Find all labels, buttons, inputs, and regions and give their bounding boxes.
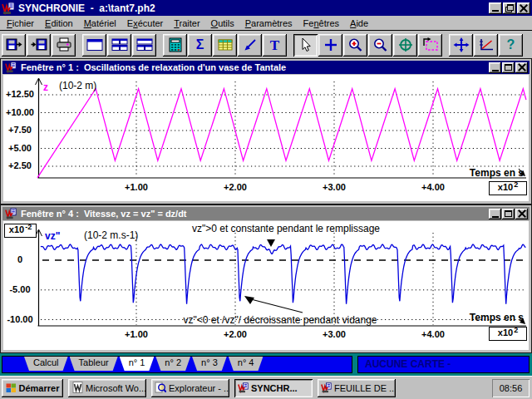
axes-scale-button[interactable] (474, 34, 498, 57)
w1-x-tick: +2.00 (214, 182, 256, 192)
table-button[interactable] (213, 34, 237, 57)
tab-tableur[interactable]: Tableur (70, 357, 118, 371)
maximize-icon (505, 210, 512, 217)
y-scale-box: x10-2 (4, 224, 37, 238)
x-scale-exponent: 2 (514, 180, 518, 189)
minimize-icon (492, 216, 499, 218)
zoom-in-button[interactable] (343, 34, 367, 57)
window-single-button[interactable] (82, 34, 106, 57)
start-label: Démarrer (19, 383, 60, 393)
table-icon (217, 37, 234, 52)
explorer-icon (155, 382, 166, 395)
w1-x-tick: +1.00 (116, 182, 157, 192)
word-icon (71, 382, 83, 395)
menu-materiel[interactable]: Matériel (84, 18, 116, 28)
x-axis-label: Temps en s (470, 167, 524, 179)
menu-edition[interactable]: Edition (45, 18, 73, 28)
annotation-arrow-down (267, 239, 275, 247)
menu-executer[interactable]: Exécuter (127, 18, 163, 28)
window-split-button[interactable] (132, 34, 156, 57)
x-scale-base: x10 (498, 328, 513, 337)
pointer-icon (298, 37, 314, 52)
x-scale-box: x102 (489, 181, 527, 195)
minimize-button[interactable] (489, 2, 502, 14)
window-1-title: Fenêtre n° 1 : Oscillations de relaxatio… (21, 62, 488, 72)
window-1-titlebar[interactable]: Fenêtre n° 1 : Oscillations de relaxatio… (2, 61, 530, 74)
tab-n-2[interactable]: n° 2 (155, 357, 190, 371)
help-button[interactable]: ? (499, 34, 523, 57)
window-1-minimize-button[interactable] (489, 62, 501, 73)
w4-x-tick: +4.00 (412, 329, 454, 339)
w1-y-tick: +5.00 (3, 143, 37, 153)
window-4-titlebar[interactable]: Fenêtre n° 4 : Vitesse, vz = vz" = dz/dt (2, 207, 530, 220)
menu-parametres[interactable]: Paramètres (245, 18, 293, 28)
maximize-icon (505, 64, 512, 71)
open-button[interactable] (27, 34, 51, 57)
menu-aide[interactable]: Aide (350, 18, 368, 28)
taskbar-explorateur[interactable]: Explorateur - ... (151, 379, 229, 397)
synchronie-icon (238, 382, 249, 395)
w4-y-tick: -5.00 (3, 284, 37, 294)
pointer-button[interactable] (293, 34, 318, 57)
windows-logo-icon (6, 383, 17, 393)
menu-traiter[interactable]: Traiter (174, 18, 200, 28)
window-4: Fenêtre n° 4 : Vitesse, vz = vz" = dz/dt… (0, 204, 532, 353)
window-1-maximize-button[interactable] (502, 62, 515, 73)
center-target-button[interactable] (393, 34, 417, 57)
annotation-arrow-button[interactable] (238, 34, 262, 57)
task-label: Microsoft Wo... (86, 383, 146, 393)
annotation-vidange: vz"<0 et /vz"/ décroissante pendant vida… (164, 314, 397, 326)
annotation-arrow-line (251, 299, 303, 313)
window-4-maximize-button[interactable] (502, 209, 515, 219)
move-button[interactable] (449, 34, 473, 57)
taskbar-clock[interactable]: 08:56 (492, 379, 530, 397)
menu-fichier[interactable]: Fichier (7, 18, 34, 28)
window-split-icon (136, 37, 153, 52)
main-titlebar[interactable]: SYNCHRONIE - a:\tant7.ph2 (0, 0, 532, 16)
zoom-out-button[interactable] (368, 34, 392, 57)
taskbar-feuille-de[interactable]: FEUILLE DE ... (318, 379, 396, 397)
print-icon (56, 37, 72, 52)
calculator-button[interactable] (163, 34, 187, 57)
print-button[interactable] (52, 34, 76, 57)
menu-outils[interactable]: Outils (211, 18, 234, 28)
zoom-zone-button[interactable] (418, 34, 442, 57)
window-1-close-button[interactable] (515, 62, 528, 73)
tab-n-4[interactable]: n° 4 (229, 357, 264, 371)
close-button[interactable] (517, 2, 530, 14)
save-icon (6, 37, 22, 52)
restore-button[interactable] (503, 2, 516, 14)
text-tool-button[interactable]: T (263, 34, 287, 57)
crosshair-button[interactable] (318, 34, 342, 57)
restore-icon (505, 4, 514, 12)
w1-y-tick: +2.50 (3, 160, 37, 170)
task-buttons: Microsoft Wo...Explorateur - ...SYNCHR..… (68, 379, 396, 397)
w4-x-tick: +2.00 (214, 329, 256, 339)
taskbar: Démarrer Microsoft Wo...Explorateur - ..… (0, 376, 532, 399)
y-unit-label: (10-2 m.s-1) (84, 229, 138, 241)
tab-n-1[interactable]: n° 1 (120, 357, 155, 371)
window-1: Fenêtre n° 1 : Oscillations de relaxatio… (0, 58, 532, 204)
taskbar-synchr[interactable]: SYNCHR... (234, 379, 313, 397)
tab-calcul[interactable]: Calcul (24, 357, 68, 371)
y-scale-exponent: -2 (25, 223, 32, 231)
window-1-plot-area[interactable]: z (10-2 m) Temps en s x102 +12.50+10.00+… (3, 75, 529, 201)
menu-fenetres[interactable]: Fenêtres (303, 18, 339, 28)
synchronie-logo-icon (2, 2, 15, 15)
start-button[interactable]: Démarrer (2, 379, 63, 397)
axes-scale-icon (478, 37, 495, 52)
sigma-button[interactable]: Σ (188, 34, 212, 57)
window-4-close-button[interactable] (515, 209, 528, 219)
taskbar-microsoft-wo[interactable]: Microsoft Wo... (68, 379, 146, 397)
minimize-icon (492, 10, 499, 12)
tab-n-3[interactable]: n° 3 (192, 357, 227, 371)
tabstrip: CalculTableurn° 1n° 2n° 3n° 4 (2, 357, 352, 371)
window-4-plot-area[interactable]: x10-2 vz" (10-2 m.s-1) vz">0 et constant… (3, 221, 529, 350)
help-icon: ? (507, 38, 515, 52)
synchronie-logo-icon (4, 207, 17, 220)
window-tile-button[interactable] (107, 34, 131, 57)
window-4-minimize-button[interactable] (489, 209, 501, 219)
w1-y-tick: +7.50 (3, 125, 37, 135)
save-button[interactable] (2, 34, 26, 57)
synchronie-logo-icon (4, 61, 17, 74)
